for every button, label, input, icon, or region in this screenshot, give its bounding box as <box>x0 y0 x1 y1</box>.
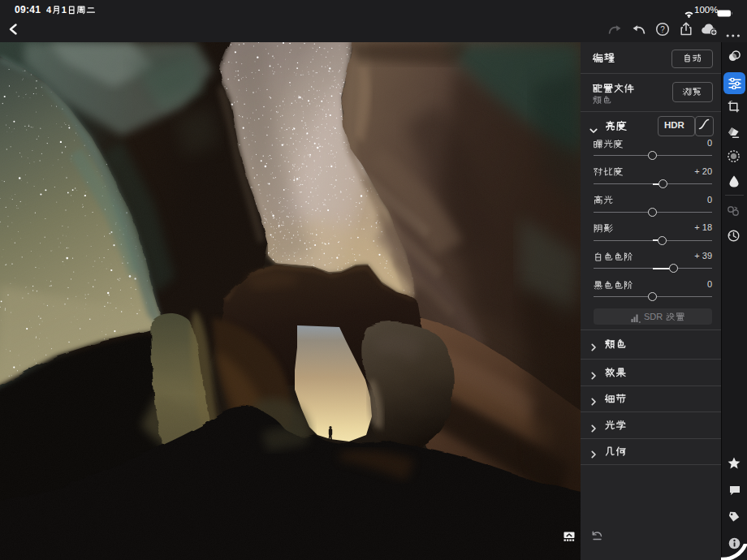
svg-text:1: 1 <box>62 5 67 15</box>
svg-text:4: 4 <box>46 5 52 15</box>
svg-text:SDR: SDR <box>644 312 663 321</box>
svg-text:?: ? <box>660 25 665 34</box>
